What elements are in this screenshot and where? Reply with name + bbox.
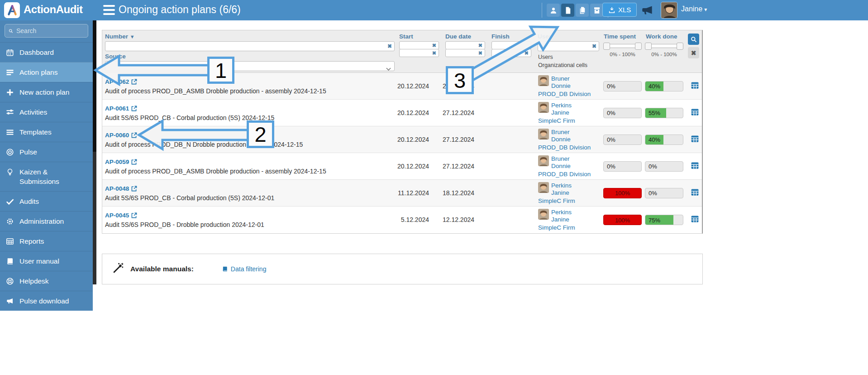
- activities-grid-icon[interactable]: [691, 215, 699, 225]
- due-from-input[interactable]: ✖: [445, 41, 485, 49]
- number-filter-input[interactable]: ✖: [105, 41, 395, 51]
- column-work-done-header[interactable]: Work done: [646, 33, 677, 40]
- sidebar-item-pulse-download[interactable]: Pulse download: [0, 291, 93, 311]
- sidebar-item-kaizen-submissions[interactable]: Kaizen & Submissions: [0, 162, 93, 191]
- user-name-link[interactable]: Janine: [551, 189, 569, 196]
- plan-number-link[interactable]: AP-0062: [105, 78, 137, 85]
- user-filter-input[interactable]: ✖: [538, 41, 599, 51]
- user-name-link[interactable]: Donnie: [551, 163, 571, 169]
- column-number-header[interactable]: Number ▼: [105, 33, 135, 40]
- copy-icon[interactable]: [576, 4, 589, 17]
- user-name-link[interactable]: Perkins: [551, 102, 572, 109]
- column-finish-header[interactable]: Finish: [491, 33, 510, 40]
- clear-icon[interactable]: ✖: [525, 51, 529, 56]
- sidebar-item-activities[interactable]: Activities: [0, 102, 93, 122]
- user-name-link[interactable]: Bruner: [551, 155, 570, 162]
- plan-number-link[interactable]: AP-0060: [105, 132, 137, 139]
- table-row[interactable]: AP-0045 Audit 5S/6S PROD_DB - Drobble pr…: [102, 207, 702, 233]
- avatar: [538, 182, 549, 193]
- plan-number-link[interactable]: AP-0048: [105, 185, 137, 192]
- search-input[interactable]: [16, 27, 84, 34]
- sidebar-item-helpdesk[interactable]: Helpdesk: [0, 271, 93, 291]
- org-cell-link[interactable]: SimpleC Firm: [538, 117, 603, 125]
- user-avatar[interactable]: [661, 2, 677, 19]
- clear-icon[interactable]: ✖: [478, 51, 482, 56]
- sidebar-item-templates[interactable]: Templates: [0, 122, 93, 142]
- table-row[interactable]: AP-0048 Audit 5S/6S PROD_CB - Corbal pro…: [102, 180, 702, 207]
- gear-icon: [5, 217, 14, 226]
- plan-number-link[interactable]: AP-0059: [105, 159, 137, 165]
- time-spent-range-slider[interactable]: 0% - 100%: [603, 44, 642, 57]
- clear-number-icon[interactable]: ✖: [387, 43, 392, 49]
- slider-handle-min[interactable]: [645, 43, 652, 50]
- activities-grid-icon[interactable]: [691, 188, 699, 198]
- org-cell-link[interactable]: PROD_DB Division: [538, 171, 603, 178]
- column-user-header[interactable]: User: [538, 33, 551, 40]
- column-time-spent-header[interactable]: Time spent: [604, 33, 636, 40]
- sidebar-item-administration[interactable]: Administration: [0, 211, 93, 231]
- user-name-link[interactable]: Janine: [551, 109, 569, 116]
- activities-grid-icon[interactable]: [691, 135, 699, 145]
- manual-link-data-filtering[interactable]: Data filtering: [222, 265, 267, 273]
- clear-icon[interactable]: ✖: [432, 43, 436, 48]
- activities-grid-icon[interactable]: [691, 161, 699, 172]
- start-from-input[interactable]: ✖: [399, 41, 439, 49]
- finish-from-input[interactable]: [491, 41, 531, 49]
- user-name-link[interactable]: Perkins: [551, 182, 572, 189]
- sidebar-item-pulse[interactable]: Pulse: [0, 142, 93, 162]
- external-link-icon: [131, 132, 137, 138]
- plan-number-link[interactable]: AP-0045: [105, 212, 137, 219]
- user-name-link[interactable]: Bruner: [551, 129, 570, 135]
- org-cell-link[interactable]: SimpleC Firm: [538, 224, 603, 231]
- sidebar-item-dashboard[interactable]: Dashboard: [0, 42, 93, 62]
- activities-grid-icon[interactable]: [691, 81, 699, 91]
- plan-number-link[interactable]: AP-0061: [105, 105, 137, 112]
- user-icon[interactable]: [547, 4, 560, 17]
- org-cell-link[interactable]: PROD_DB Division: [538, 91, 603, 98]
- announcements-megaphone-icon[interactable]: [641, 4, 653, 18]
- sidebar-item-reports[interactable]: Reports: [0, 231, 93, 251]
- reset-filters-button[interactable]: ✖: [688, 47, 699, 58]
- slider-handle-max[interactable]: [677, 43, 683, 50]
- user-name-link[interactable]: Janine: [551, 216, 569, 223]
- sidebar-item-new-action-plan[interactable]: New action plan: [0, 82, 93, 102]
- org-cell-link[interactable]: PROD_DB Division: [538, 144, 603, 151]
- user-name-link[interactable]: Donnie: [551, 82, 571, 89]
- table-row[interactable]: AP-0061 Audit 5S/6S PROD_CB - Corbal pro…: [102, 100, 702, 126]
- column-due-header[interactable]: Due date: [445, 33, 471, 40]
- table-row[interactable]: AP-0062 Audit of process PROD_DB_ASMB Dr…: [102, 73, 702, 100]
- sidebar-item-user-manual[interactable]: User manual: [0, 251, 93, 271]
- org-cell-link[interactable]: SimpleC Firm: [538, 197, 603, 205]
- finish-to-input[interactable]: ✖: [491, 49, 531, 57]
- slider-handle-min[interactable]: [603, 43, 610, 50]
- source-select[interactable]: [105, 61, 395, 71]
- start-to-input[interactable]: ✖: [399, 49, 439, 57]
- table-row[interactable]: AP-0060 Audit of process PROD_DB_N Drobb…: [102, 126, 702, 153]
- user-menu[interactable]: Janine▾: [681, 5, 707, 13]
- sidebar-search[interactable]: [5, 24, 88, 38]
- menu-toggle-icon[interactable]: [103, 5, 115, 15]
- user-name-link[interactable]: Donnie: [551, 136, 571, 143]
- table-row[interactable]: AP-0059 Audit of process PROD_DB_ASMB Dr…: [102, 153, 702, 180]
- activities-grid-icon[interactable]: [691, 108, 699, 118]
- clear-user-icon[interactable]: ✖: [592, 43, 596, 49]
- sidebar-item-audits[interactable]: Audits: [0, 191, 93, 211]
- work-done-range-slider[interactable]: 0% - 100%: [645, 44, 683, 57]
- document-icon[interactable]: [561, 4, 574, 17]
- bullseye-icon: [5, 148, 14, 157]
- sidebar-scrollbar[interactable]: [93, 20, 96, 284]
- clear-icon[interactable]: ✖: [432, 51, 436, 56]
- archive-icon[interactable]: [590, 4, 603, 17]
- slider-handle-max[interactable]: [635, 43, 642, 50]
- lifering-icon: [5, 277, 14, 286]
- export-xls-button[interactable]: XLS: [602, 3, 637, 17]
- column-start-header[interactable]: Start: [399, 33, 413, 40]
- clear-icon[interactable]: ✖: [478, 43, 482, 48]
- user-name-link[interactable]: Bruner: [551, 75, 570, 82]
- user-name-link[interactable]: Perkins: [551, 209, 572, 216]
- due-to-input[interactable]: ✖: [445, 49, 485, 57]
- app-logo[interactable]: [4, 2, 20, 18]
- user-cell: Bruner Donnie PROD_DB Division: [538, 126, 603, 153]
- apply-filters-button[interactable]: [688, 34, 699, 45]
- sidebar-item-action-plans[interactable]: Action plans: [0, 62, 93, 82]
